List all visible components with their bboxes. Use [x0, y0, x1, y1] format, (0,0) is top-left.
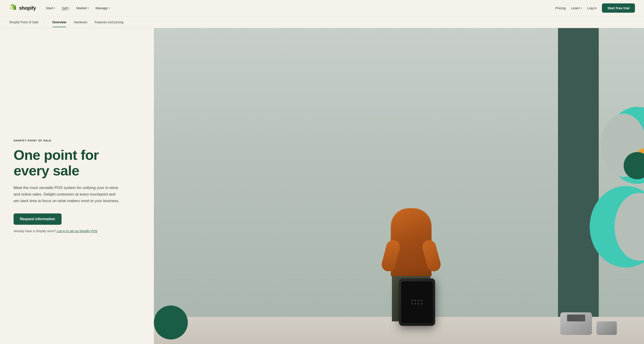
navbar-right: Pricing Learn ▾ Log in Start free trial — [555, 4, 635, 13]
pos-tablet-device — [399, 278, 435, 326]
sub-nav-overview[interactable]: Overview — [50, 17, 69, 27]
hero-content: SHOPIFY POINT OF SALE One point for ever… — [0, 28, 154, 344]
shopify-s-decoration — [581, 28, 644, 344]
tablet-screen-content — [407, 295, 427, 309]
sub-nav-brand-label[interactable]: Shopify Point of Sale — [9, 20, 44, 24]
start-free-trial-button[interactable]: Start free trial — [602, 4, 635, 13]
hero-image-area — [154, 28, 644, 344]
main-navbar: shopify Start ▾ Sell ▾ Market ▾ Manage ▾ — [0, 0, 644, 16]
dot-1 — [412, 300, 413, 302]
dot-4 — [421, 300, 423, 302]
shopify-logo-icon — [9, 4, 17, 12]
dot-6 — [414, 303, 416, 304]
chevron-down-icon: ▾ — [68, 7, 70, 9]
sub-nav-features-pricing[interactable]: Features and pricing — [92, 17, 126, 27]
hero-title: One point for every sale — [14, 147, 140, 178]
dot-7 — [418, 303, 420, 304]
sub-nav-links: Overview Hardware Features and pricing — [50, 17, 126, 27]
hero-eyebrow: SHOPIFY POINT OF SALE — [14, 139, 140, 142]
decorative-circle-dark-green — [154, 306, 188, 340]
chevron-down-icon: ▾ — [581, 7, 582, 9]
primary-nav-links: Start ▾ Sell ▾ Market ▾ Manage ▾ — [43, 4, 113, 12]
request-info-button[interactable]: Request information — [14, 214, 62, 225]
chevron-down-icon: ▾ — [54, 7, 55, 9]
dot-5 — [412, 303, 413, 304]
s-decoration-svg — [581, 28, 644, 344]
logo-link[interactable]: shopify — [9, 4, 36, 12]
hero-section: SHOPIFY POINT OF SALE One point for ever… — [0, 28, 644, 344]
chevron-down-icon: ▾ — [109, 7, 110, 9]
nav-sell[interactable]: Sell ▾ — [59, 4, 72, 12]
hero-scene — [154, 28, 644, 344]
nav-market[interactable]: Market ▾ — [74, 4, 92, 12]
dot-3 — [418, 300, 420, 302]
tablet-screen — [401, 281, 433, 323]
hero-login-text: Already have a Shopify store? Log in to … — [14, 229, 140, 233]
dot-8 — [421, 303, 423, 304]
dot-2 — [414, 300, 416, 302]
hero-title-line2: every sale — [14, 163, 79, 178]
chevron-down-icon: ▾ — [88, 7, 89, 9]
login-static-text: Already have a Shopify store? — [14, 229, 56, 233]
navbar-left: shopify Start ▾ Sell ▾ Market ▾ Manage ▾ — [9, 4, 113, 12]
nav-learn[interactable]: Learn ▾ — [571, 6, 582, 10]
nav-pricing[interactable]: Pricing — [555, 6, 566, 10]
hero-description: Meet the most versatile POS system for u… — [14, 185, 122, 204]
nav-login[interactable]: Log in — [588, 6, 597, 10]
sub-nav-hardware[interactable]: Hardware — [71, 17, 90, 27]
sub-navbar: Shopify Point of Sale Overview Hardware … — [0, 16, 644, 28]
nav-start[interactable]: Start ▾ — [43, 4, 58, 12]
hero-title-line1: One point for — [14, 147, 99, 163]
hero-login-link[interactable]: Log in to set up Shopify POS — [57, 229, 98, 233]
logo-text: shopify — [19, 5, 36, 11]
nav-manage[interactable]: Manage ▾ — [93, 4, 112, 12]
person-torso — [391, 208, 432, 276]
